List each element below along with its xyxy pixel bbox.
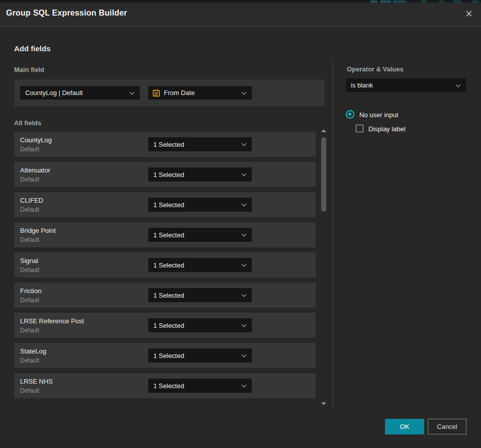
field-subtitle: Default [20, 206, 39, 213]
selected-count: 1 Selected [148, 171, 242, 178]
field-subtitle: Default [20, 236, 39, 243]
field-subtitle: Default [20, 387, 39, 394]
all-fields-label: All fields [14, 119, 41, 127]
field-selected-dropdown[interactable]: 1 Selected [148, 379, 252, 393]
selected-count: 1 Selected [148, 201, 242, 209]
main-field-field-dropdown[interactable]: From Date [148, 86, 252, 100]
field-name: CLIFED [20, 197, 43, 204]
field-row: CountyLog Default 1 Selected [14, 132, 316, 157]
main-field-label: Main field [14, 66, 44, 73]
chevron-down-icon [242, 262, 247, 267]
field-subtitle: Default [20, 327, 39, 334]
chevron-down-icon [242, 383, 247, 388]
panel-divider [333, 60, 333, 407]
chevron-down-icon [456, 82, 461, 87]
radio-selected-dot [348, 113, 351, 116]
scroll-up-icon[interactable] [321, 129, 326, 132]
display-label-checkbox[interactable] [356, 125, 363, 132]
field-selected-dropdown[interactable]: 1 Selected [148, 258, 252, 272]
selected-count: 1 Selected [148, 382, 242, 390]
selected-count: 1 Selected [148, 352, 242, 360]
chevron-down-icon [242, 171, 247, 176]
field-selected-dropdown[interactable]: 1 Selected [148, 348, 252, 363]
cancel-button[interactable]: Cancel [428, 419, 466, 434]
chevron-down-icon [242, 322, 247, 327]
field-name: Bridge Point [20, 227, 56, 234]
dialog-title: Group SQL Expression Builder [6, 9, 127, 18]
field-row: Signal Default 1 Selected [14, 252, 316, 278]
field-name: Signal [20, 257, 38, 264]
titlebar-divider [0, 26, 481, 27]
close-icon[interactable]: ✕ [463, 8, 475, 20]
field-name: LRSE NHS [20, 378, 53, 385]
selected-count: 1 Selected [148, 322, 242, 329]
calendar-date-icon [152, 89, 160, 97]
chevron-down-icon [242, 89, 247, 95]
no-user-input-radio[interactable] [346, 110, 354, 119]
field-name: Friction [20, 287, 42, 295]
field-subtitle: Default [20, 146, 39, 153]
chevron-down-icon [242, 232, 247, 237]
operator-value: is blank [346, 81, 456, 89]
field-name: Attenuator [20, 166, 50, 174]
field-selected-dropdown[interactable]: 1 Selected [148, 318, 252, 332]
field-selected-dropdown[interactable]: 1 Selected [148, 288, 252, 302]
field-row: Friction Default 1 Selected [14, 283, 316, 308]
selected-count: 1 Selected [148, 292, 242, 299]
chevron-down-icon [242, 292, 247, 297]
main-field-source-value: CountyLog | Default [20, 89, 130, 97]
main-field-source-dropdown[interactable]: CountyLog | Default [20, 86, 140, 100]
selected-count: 1 Selected [148, 141, 242, 148]
main-field-field-value: From Date [164, 89, 242, 97]
field-row: CLIFED Default 1 Selected [14, 192, 316, 217]
field-name: CountyLog [20, 136, 52, 144]
operator-dropdown[interactable]: is blank [346, 78, 466, 92]
field-selected-dropdown[interactable]: 1 Selected [148, 137, 252, 151]
chevron-down-icon [242, 352, 247, 357]
field-name: StateLog [20, 347, 46, 355]
add-fields-heading: Add fields [14, 44, 51, 53]
ok-button[interactable]: OK [385, 419, 424, 434]
field-subtitle: Default [20, 176, 39, 183]
field-row: LRSE Reference Post Default 1 Selected [14, 313, 316, 338]
field-row: LRSE NHS Default 1 Selected [14, 373, 316, 398]
field-selected-dropdown[interactable]: 1 Selected [148, 198, 252, 212]
field-subtitle: Default [20, 357, 39, 364]
display-label-label: Display label [368, 125, 406, 133]
group-sql-expression-builder-dialog: Group SQL Expression Builder ✕ Add field… [0, 0, 481, 448]
field-subtitle: Default [20, 297, 39, 304]
field-row: StateLog Default 1 Selected [14, 343, 316, 368]
chevron-down-icon [242, 202, 247, 207]
field-row: Bridge Point Default 1 Selected [14, 222, 316, 247]
chevron-down-icon [242, 141, 247, 146]
operator-values-label: Operator & Values [347, 65, 404, 73]
scroll-down-icon[interactable] [321, 402, 326, 405]
main-field-panel: CountyLog | Default From Date [14, 79, 325, 106]
selected-count: 1 Selected [148, 261, 242, 269]
chevron-down-icon [130, 89, 135, 95]
field-subtitle: Default [20, 266, 39, 274]
fields-scrollbar[interactable] [320, 128, 327, 406]
field-selected-dropdown[interactable]: 1 Selected [148, 167, 252, 182]
field-selected-dropdown[interactable]: 1 Selected [148, 228, 252, 242]
field-row: Attenuator Default 1 Selected [14, 162, 316, 187]
field-name: LRSE Reference Post [20, 317, 84, 325]
selected-count: 1 Selected [148, 231, 242, 239]
scrollbar-thumb[interactable] [321, 137, 326, 212]
no-user-input-label: No user input [359, 111, 398, 119]
